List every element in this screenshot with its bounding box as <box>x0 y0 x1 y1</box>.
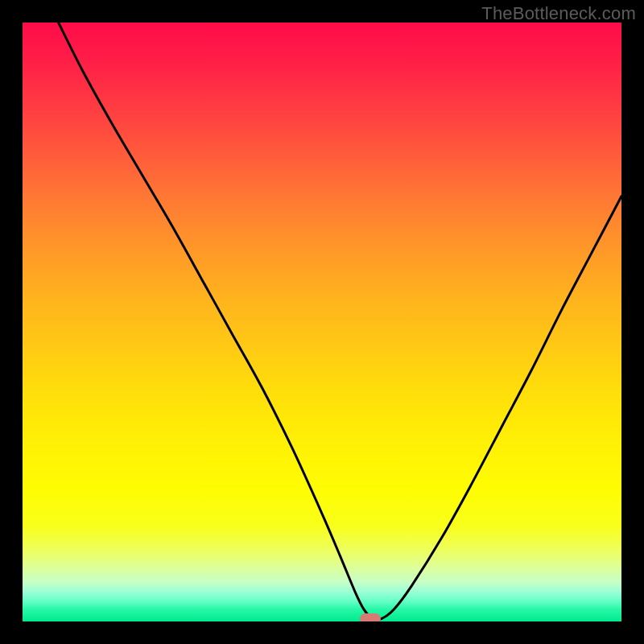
chart-frame: TheBottleneck.com <box>0 0 644 644</box>
watermark-text: TheBottleneck.com <box>481 3 636 24</box>
bottleneck-curve <box>23 23 621 621</box>
plot-area <box>23 23 621 621</box>
optimal-point-marker <box>360 613 381 621</box>
